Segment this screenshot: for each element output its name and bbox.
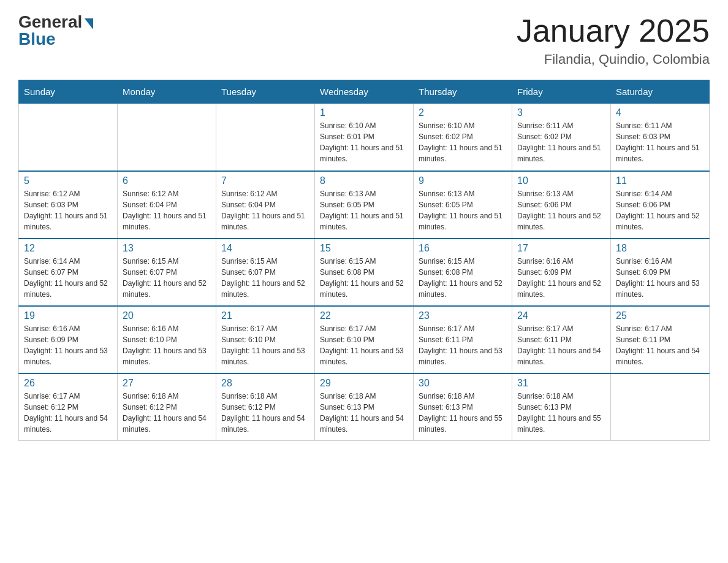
day-number: 7 — [221, 175, 309, 186]
calendar-cell: 26Sunrise: 6:17 AM Sunset: 6:12 PM Dayli… — [19, 373, 118, 441]
calendar-cell: 12Sunrise: 6:14 AM Sunset: 6:07 PM Dayli… — [19, 239, 118, 306]
day-info: Sunrise: 6:10 AM Sunset: 6:01 PM Dayligh… — [320, 120, 408, 164]
day-number: 9 — [419, 175, 507, 186]
header-saturday: Saturday — [611, 80, 710, 104]
calendar-cell: 4Sunrise: 6:11 AM Sunset: 6:03 PM Daylig… — [611, 104, 710, 171]
day-info: Sunrise: 6:18 AM Sunset: 6:13 PM Dayligh… — [419, 391, 507, 435]
calendar-cell: 7Sunrise: 6:12 AM Sunset: 6:04 PM Daylig… — [216, 171, 315, 239]
day-number: 2 — [419, 107, 507, 118]
day-info: Sunrise: 6:12 AM Sunset: 6:04 PM Dayligh… — [123, 188, 211, 232]
day-number: 15 — [320, 243, 408, 254]
logo: General Blue — [18, 12, 93, 49]
calendar-cell — [19, 104, 118, 171]
day-number: 30 — [419, 378, 507, 389]
day-number: 31 — [517, 378, 605, 389]
header-thursday: Thursday — [414, 80, 512, 104]
header-tuesday: Tuesday — [216, 80, 315, 104]
calendar-cell: 15Sunrise: 6:15 AM Sunset: 6:08 PM Dayli… — [315, 239, 414, 306]
calendar-cell: 3Sunrise: 6:11 AM Sunset: 6:02 PM Daylig… — [512, 104, 611, 171]
day-info: Sunrise: 6:14 AM Sunset: 6:07 PM Dayligh… — [24, 256, 112, 300]
header-friday: Friday — [512, 80, 611, 104]
month-title: January 2025 — [517, 12, 710, 49]
day-info: Sunrise: 6:10 AM Sunset: 6:02 PM Dayligh… — [419, 120, 507, 164]
calendar-cell: 9Sunrise: 6:13 AM Sunset: 6:05 PM Daylig… — [414, 171, 512, 239]
calendar-cell: 30Sunrise: 6:18 AM Sunset: 6:13 PM Dayli… — [414, 373, 512, 441]
calendar-week-1: 1Sunrise: 6:10 AM Sunset: 6:01 PM Daylig… — [19, 104, 710, 171]
day-info: Sunrise: 6:15 AM Sunset: 6:08 PM Dayligh… — [419, 256, 507, 300]
day-info: Sunrise: 6:17 AM Sunset: 6:10 PM Dayligh… — [221, 323, 309, 367]
calendar-cell: 20Sunrise: 6:16 AM Sunset: 6:10 PM Dayli… — [118, 306, 216, 373]
day-info: Sunrise: 6:13 AM Sunset: 6:06 PM Dayligh… — [517, 188, 605, 232]
calendar-cell: 6Sunrise: 6:12 AM Sunset: 6:04 PM Daylig… — [118, 171, 216, 239]
day-info: Sunrise: 6:12 AM Sunset: 6:03 PM Dayligh… — [24, 188, 112, 232]
calendar-cell: 27Sunrise: 6:18 AM Sunset: 6:12 PM Dayli… — [118, 373, 216, 441]
calendar-cell: 23Sunrise: 6:17 AM Sunset: 6:11 PM Dayli… — [414, 306, 512, 373]
day-number: 19 — [24, 310, 112, 321]
calendar-cell: 16Sunrise: 6:15 AM Sunset: 6:08 PM Dayli… — [414, 239, 512, 306]
calendar-cell: 8Sunrise: 6:13 AM Sunset: 6:05 PM Daylig… — [315, 171, 414, 239]
day-info: Sunrise: 6:18 AM Sunset: 6:12 PM Dayligh… — [123, 391, 211, 435]
calendar-cell — [118, 104, 216, 171]
day-number: 12 — [24, 243, 112, 254]
day-info: Sunrise: 6:17 AM Sunset: 6:11 PM Dayligh… — [517, 323, 605, 367]
calendar-week-3: 12Sunrise: 6:14 AM Sunset: 6:07 PM Dayli… — [19, 239, 710, 306]
day-info: Sunrise: 6:16 AM Sunset: 6:10 PM Dayligh… — [123, 323, 211, 367]
calendar-cell — [611, 373, 710, 441]
day-info: Sunrise: 6:13 AM Sunset: 6:05 PM Dayligh… — [320, 188, 408, 232]
day-info: Sunrise: 6:16 AM Sunset: 6:09 PM Dayligh… — [517, 256, 605, 300]
day-info: Sunrise: 6:18 AM Sunset: 6:13 PM Dayligh… — [320, 391, 408, 435]
calendar-cell: 19Sunrise: 6:16 AM Sunset: 6:09 PM Dayli… — [19, 306, 118, 373]
calendar-week-2: 5Sunrise: 6:12 AM Sunset: 6:03 PM Daylig… — [19, 171, 710, 239]
day-info: Sunrise: 6:17 AM Sunset: 6:11 PM Dayligh… — [616, 323, 704, 367]
calendar-cell: 22Sunrise: 6:17 AM Sunset: 6:10 PM Dayli… — [315, 306, 414, 373]
calendar-header-row: SundayMondayTuesdayWednesdayThursdayFrid… — [19, 80, 710, 104]
calendar-table: SundayMondayTuesdayWednesdayThursdayFrid… — [18, 80, 710, 441]
day-info: Sunrise: 6:15 AM Sunset: 6:08 PM Dayligh… — [320, 256, 408, 300]
title-section: January 2025 Filandia, Quindio, Colombia — [517, 12, 710, 67]
calendar-cell: 11Sunrise: 6:14 AM Sunset: 6:06 PM Dayli… — [611, 171, 710, 239]
day-number: 25 — [616, 310, 704, 321]
day-number: 6 — [123, 175, 211, 186]
day-number: 3 — [517, 107, 605, 118]
calendar-cell: 17Sunrise: 6:16 AM Sunset: 6:09 PM Dayli… — [512, 239, 611, 306]
day-number: 29 — [320, 378, 408, 389]
location: Filandia, Quindio, Colombia — [517, 52, 710, 67]
logo-arrow-icon — [85, 18, 93, 29]
calendar-cell: 25Sunrise: 6:17 AM Sunset: 6:11 PM Dayli… — [611, 306, 710, 373]
day-number: 26 — [24, 378, 112, 389]
day-number: 28 — [221, 378, 309, 389]
day-info: Sunrise: 6:12 AM Sunset: 6:04 PM Dayligh… — [221, 188, 309, 232]
day-number: 10 — [517, 175, 605, 186]
day-number: 16 — [419, 243, 507, 254]
header-monday: Monday — [118, 80, 216, 104]
day-number: 27 — [123, 378, 211, 389]
day-number: 13 — [123, 243, 211, 254]
page-header: General Blue January 2025 Filandia, Quin… — [18, 12, 710, 67]
day-info: Sunrise: 6:18 AM Sunset: 6:12 PM Dayligh… — [221, 391, 309, 435]
header-wednesday: Wednesday — [315, 80, 414, 104]
day-info: Sunrise: 6:17 AM Sunset: 6:12 PM Dayligh… — [24, 391, 112, 435]
logo-blue-text: Blue — [18, 29, 56, 49]
day-number: 8 — [320, 175, 408, 186]
calendar-cell: 10Sunrise: 6:13 AM Sunset: 6:06 PM Dayli… — [512, 171, 611, 239]
calendar-cell — [216, 104, 315, 171]
day-info: Sunrise: 6:17 AM Sunset: 6:10 PM Dayligh… — [320, 323, 408, 367]
calendar-cell: 1Sunrise: 6:10 AM Sunset: 6:01 PM Daylig… — [315, 104, 414, 171]
calendar-cell: 2Sunrise: 6:10 AM Sunset: 6:02 PM Daylig… — [414, 104, 512, 171]
calendar-cell: 21Sunrise: 6:17 AM Sunset: 6:10 PM Dayli… — [216, 306, 315, 373]
day-info: Sunrise: 6:17 AM Sunset: 6:11 PM Dayligh… — [419, 323, 507, 367]
calendar-cell: 31Sunrise: 6:18 AM Sunset: 6:13 PM Dayli… — [512, 373, 611, 441]
day-info: Sunrise: 6:18 AM Sunset: 6:13 PM Dayligh… — [517, 391, 605, 435]
calendar-cell: 13Sunrise: 6:15 AM Sunset: 6:07 PM Dayli… — [118, 239, 216, 306]
day-number: 23 — [419, 310, 507, 321]
day-number: 17 — [517, 243, 605, 254]
day-number: 14 — [221, 243, 309, 254]
day-info: Sunrise: 6:16 AM Sunset: 6:09 PM Dayligh… — [616, 256, 704, 300]
day-number: 11 — [616, 175, 704, 186]
day-info: Sunrise: 6:15 AM Sunset: 6:07 PM Dayligh… — [123, 256, 211, 300]
day-number: 5 — [24, 175, 112, 186]
day-number: 22 — [320, 310, 408, 321]
calendar-cell: 14Sunrise: 6:15 AM Sunset: 6:07 PM Dayli… — [216, 239, 315, 306]
day-number: 20 — [123, 310, 211, 321]
day-number: 24 — [517, 310, 605, 321]
